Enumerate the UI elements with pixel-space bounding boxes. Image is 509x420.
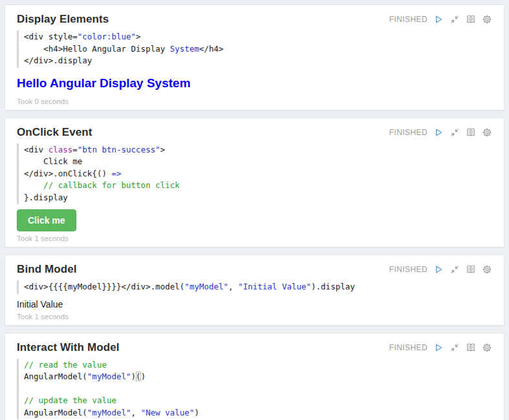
code-token: }.display	[24, 193, 68, 202]
status-badge: FINISHED	[389, 265, 428, 274]
status-badge: FINISHED	[389, 343, 428, 352]
settings-icon[interactable]	[482, 264, 492, 275]
code-token: "myModel"	[87, 408, 131, 417]
code-editor[interactable]: // read the value AngularModel("myModel"…	[17, 359, 492, 420]
run-icon[interactable]	[433, 14, 444, 25]
code-token: "Initial Value"	[238, 282, 311, 291]
cell-controls: FINISHED	[389, 127, 492, 138]
notebook-cell: OnClick Event FINISHED	[5, 118, 504, 248]
code-token: "myModel"	[87, 372, 131, 381]
collapse-icon[interactable]	[449, 264, 460, 275]
book-icon[interactable]	[466, 342, 476, 353]
book-icon[interactable]	[466, 14, 476, 25]
status-badge: FINISHED	[389, 15, 428, 24]
run-icon[interactable]	[433, 264, 444, 275]
output-text: Initial Value	[17, 299, 492, 310]
code-editor[interactable]: <div class="btn btn-success"> Click me <…	[17, 143, 492, 205]
code-token: // callback for button click	[24, 180, 180, 190]
code-token: "color:blue"	[78, 32, 136, 41]
notebook-cell: Display Elements FINISHED	[5, 5, 504, 110]
notebook-cell: Bind Model FINISHED	[5, 255, 504, 326]
output-heading: Hello Angular Display System	[17, 76, 492, 90]
collapse-icon[interactable]	[449, 127, 460, 138]
execution-time: Took 1 seconds	[17, 313, 492, 320]
book-icon[interactable]	[466, 264, 476, 275]
code-token: <h4>Hello Angular Display	[24, 44, 170, 54]
code-token: AngularModel(	[24, 408, 87, 417]
cell-header: Display Elements FINISHED	[17, 13, 492, 26]
execution-time: Took 0 seconds	[17, 98, 492, 105]
code-token: // read the value	[24, 360, 107, 370]
output-button-area: Click me	[17, 209, 492, 231]
cell-controls: FINISHED	[389, 342, 492, 353]
code-token: AngularModel(	[24, 372, 87, 381]
book-icon[interactable]	[466, 127, 476, 138]
run-icon[interactable]	[433, 127, 444, 138]
code-token: >	[160, 145, 166, 154]
collapse-icon[interactable]	[449, 342, 460, 353]
collapse-icon[interactable]	[449, 14, 460, 25]
cell-title: Interact With Model	[17, 341, 120, 354]
code-token: <div	[24, 145, 49, 154]
code-token: System	[170, 44, 199, 54]
code-token: )	[131, 372, 136, 381]
code-token: =	[72, 145, 78, 154]
code-token: =>	[111, 169, 121, 178]
cell-controls: FINISHED	[389, 14, 492, 25]
code-token: // update the value	[24, 395, 116, 405]
code-editor[interactable]: <div>{{{{myModel}}}}</div>.model("myMode…	[17, 280, 492, 294]
settings-icon[interactable]	[482, 14, 492, 25]
cell-header: Interact With Model FINISHED	[17, 341, 492, 354]
cell-controls: FINISHED	[389, 264, 492, 275]
run-icon[interactable]	[433, 342, 444, 353]
code-token: <div>{{{{myModel}}}}</div>.model(	[24, 282, 184, 291]
code-token: "myModel"	[184, 282, 228, 291]
execution-time: Took 1 seconds	[17, 235, 492, 242]
settings-icon[interactable]	[482, 342, 492, 353]
code-token: </div>.display	[24, 56, 92, 65]
click-me-button[interactable]: Click me	[17, 209, 76, 231]
cell-title: OnClick Event	[17, 126, 92, 139]
code-editor[interactable]: <div style="color:blue"> <h4>Hello Angul…	[17, 30, 492, 68]
settings-icon[interactable]	[482, 127, 492, 138]
cell-title: Display Elements	[17, 13, 109, 26]
code-token: <div style=	[24, 32, 78, 41]
code-token: </div>.onClick{()	[24, 169, 111, 178]
cell-header: Bind Model FINISHED	[17, 263, 492, 276]
code-token: )	[194, 408, 199, 417]
code-token: Click me	[24, 156, 82, 166]
code-token: "btn btn-success"	[78, 145, 160, 154]
code-token: </h4>	[199, 44, 224, 54]
code-token: (	[136, 372, 141, 381]
cell-title: Bind Model	[17, 263, 77, 276]
code-token: ,	[228, 282, 238, 291]
code-token: class	[49, 145, 73, 154]
code-token: ).display	[311, 282, 355, 291]
notebook-cell: Interact With Model FINISHED	[5, 333, 504, 420]
cell-header: OnClick Event FINISHED	[17, 126, 492, 139]
code-token: >	[136, 32, 141, 41]
status-badge: FINISHED	[389, 128, 428, 137]
notebook-page: Display Elements FINISHED	[0, 0, 509, 420]
code-token: "New value"	[141, 408, 195, 417]
code-token: )	[141, 372, 146, 381]
code-token: ,	[131, 408, 141, 417]
